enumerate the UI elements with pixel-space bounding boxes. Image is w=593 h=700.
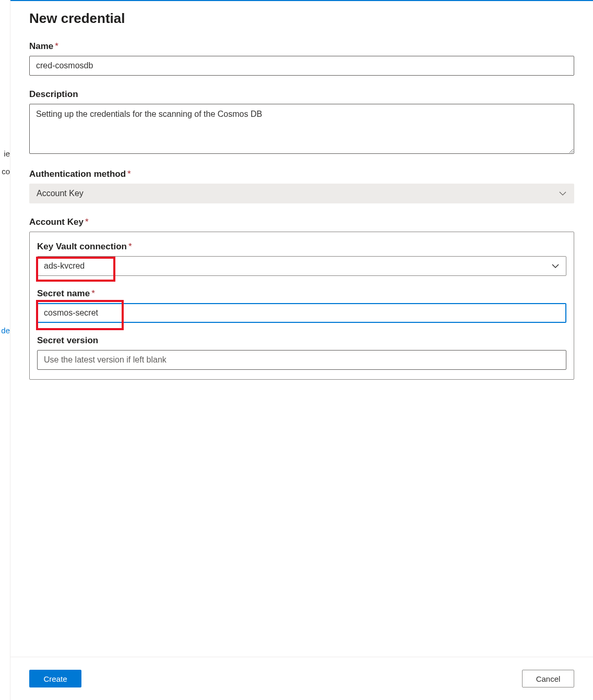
sliver-text-1: ie bbox=[4, 149, 10, 158]
auth-method-select[interactable]: Account Key bbox=[29, 184, 574, 203]
kv-connection-field: Key Vault connection* ads-kvcred bbox=[37, 242, 566, 276]
chevron-down-icon bbox=[559, 189, 567, 198]
cancel-button[interactable]: Cancel bbox=[522, 670, 574, 687]
account-key-label-text: Account Key bbox=[29, 217, 84, 227]
account-key-label: Account Key* bbox=[29, 217, 574, 227]
create-button[interactable]: Create bbox=[29, 670, 81, 687]
auth-method-label: Authentication method* bbox=[29, 169, 574, 179]
kv-connection-value: ads-kvcred bbox=[44, 261, 85, 271]
required-asterisk: * bbox=[85, 217, 89, 227]
name-field: Name* bbox=[29, 41, 574, 76]
sliver-text-2: co bbox=[2, 167, 10, 176]
account-key-group: Key Vault connection* ads-kvcred bbox=[29, 232, 574, 380]
required-asterisk: * bbox=[128, 242, 132, 251]
description-label: Description bbox=[29, 89, 574, 100]
background-left-sliver: ie co de bbox=[0, 0, 10, 700]
auth-method-field: Authentication method* Account Key bbox=[29, 169, 574, 203]
account-key-field: Account Key* Key Vault connection* ads-k… bbox=[29, 217, 574, 380]
secret-name-field: Secret name* bbox=[37, 288, 566, 323]
kv-connection-label-text: Key Vault connection bbox=[37, 242, 127, 251]
required-asterisk: * bbox=[55, 41, 58, 51]
name-label: Name* bbox=[29, 41, 574, 52]
description-input[interactable]: Setting up the credentials for the scann… bbox=[29, 104, 574, 154]
app-root: ie co de New credential Name* Descriptio… bbox=[0, 0, 593, 700]
secret-version-label: Secret version bbox=[37, 335, 566, 346]
panel-title: New credential bbox=[29, 10, 574, 27]
secret-name-input[interactable] bbox=[37, 303, 566, 323]
secret-name-label: Secret name* bbox=[37, 288, 566, 299]
new-credential-panel: New credential Name* Description Setting… bbox=[10, 0, 593, 700]
auth-method-value: Account Key bbox=[37, 189, 84, 198]
panel-body: New credential Name* Description Setting… bbox=[10, 1, 593, 657]
name-input[interactable] bbox=[29, 56, 574, 76]
secret-name-label-text: Secret name bbox=[37, 288, 90, 298]
panel-footer: Create Cancel bbox=[10, 657, 593, 700]
auth-method-label-text: Authentication method bbox=[29, 169, 126, 179]
secret-version-field: Secret version bbox=[37, 335, 566, 370]
kv-connection-label: Key Vault connection* bbox=[37, 242, 566, 252]
sliver-text-3: de bbox=[1, 326, 10, 335]
secret-version-input[interactable] bbox=[37, 350, 566, 370]
chevron-down-icon bbox=[551, 262, 560, 270]
required-asterisk: * bbox=[127, 169, 131, 179]
required-asterisk: * bbox=[91, 288, 95, 298]
name-label-text: Name bbox=[29, 41, 53, 51]
description-field: Description Setting up the credentials f… bbox=[29, 89, 574, 155]
kv-connection-dropdown[interactable]: ads-kvcred bbox=[37, 256, 566, 276]
